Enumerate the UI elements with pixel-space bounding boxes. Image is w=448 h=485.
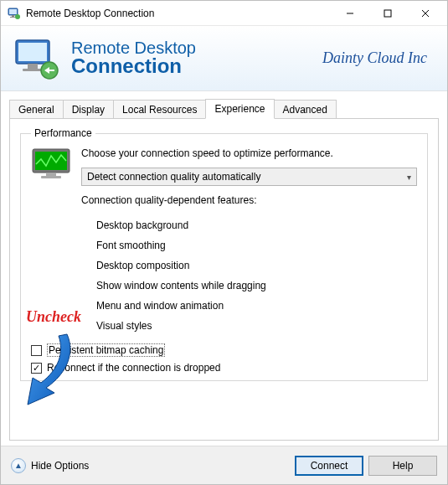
performance-group: Performance Choose your connection speed…: [20, 127, 428, 381]
svg-line-7: [422, 10, 429, 17]
minimize-button[interactable]: [331, 2, 368, 25]
svg-rect-1: [9, 9, 17, 14]
bitmap-cache-checkbox[interactable]: [31, 345, 42, 356]
svg-rect-12: [23, 69, 43, 71]
svg-rect-16: [46, 173, 56, 176]
tab-strip: General Display Local Resources Experien…: [1, 91, 447, 118]
combo-value: Detect connection quality automatically: [87, 171, 260, 183]
svg-rect-11: [28, 64, 38, 69]
window-title: Remote Desktop Connection: [26, 8, 331, 19]
svg-line-8: [422, 10, 429, 17]
connect-button[interactable]: Connect: [295, 456, 363, 476]
bitmap-cache-label[interactable]: Persistent bitmap caching: [47, 343, 165, 357]
tab-general[interactable]: General: [9, 100, 64, 119]
rdc-app-icon: [8, 7, 21, 20]
maximize-button[interactable]: [368, 2, 406, 25]
feature-item: Menu and window animation: [96, 300, 417, 312]
window-controls: [331, 2, 444, 25]
hide-options-label: Hide Options: [31, 460, 89, 472]
feature-item: Desktop background: [96, 219, 417, 231]
feature-item: Show window contents while dragging: [96, 280, 417, 292]
svg-rect-3: [10, 17, 16, 18]
performance-legend: Performance: [31, 127, 95, 139]
chevron-down-icon: ▾: [407, 173, 411, 182]
help-button[interactable]: Help: [368, 456, 437, 476]
banner-text: Remote Desktop Connection: [71, 39, 196, 78]
banner: Remote Desktop Connection Dainty Cloud I…: [1, 26, 447, 91]
features-list: Desktop background Font smoothing Deskto…: [96, 219, 417, 332]
rdc-banner-icon: [13, 35, 59, 82]
features-heading: Connection quality-dependent features:: [81, 194, 417, 206]
tab-panel-experience: Performance Choose your connection speed…: [9, 118, 439, 441]
svg-rect-2: [12, 15, 14, 17]
svg-rect-17: [41, 176, 61, 178]
rdc-window: Remote Desktop Connection: [0, 0, 448, 485]
svg-rect-10: [18, 43, 47, 61]
feature-item: Font smoothing: [96, 240, 417, 251]
feature-item: Visual styles: [96, 320, 417, 332]
reconnect-row: Reconnect if the connection is dropped: [31, 362, 417, 374]
brand-text: Dainty Cloud Inc: [322, 49, 435, 67]
tab-display[interactable]: Display: [63, 100, 114, 119]
reconnect-checkbox[interactable]: [31, 363, 42, 374]
monitor-perf-icon: [31, 147, 71, 181]
reconnect-label[interactable]: Reconnect if the connection is dropped: [47, 362, 220, 374]
performance-intro: Choose your connection speed to optimize…: [81, 147, 417, 159]
feature-item: Desktop composition: [96, 260, 417, 271]
hide-options-toggle[interactable]: ▲ Hide Options: [11, 458, 89, 473]
tab-local-resources[interactable]: Local Resources: [113, 100, 206, 119]
banner-line2: Connection: [71, 54, 196, 78]
checkbox-area: Persistent bitmap caching Reconnect if t…: [31, 343, 417, 374]
tab-experience[interactable]: Experience: [205, 99, 274, 119]
titlebar: Remote Desktop Connection: [1, 1, 447, 26]
connection-speed-combo[interactable]: Detect connection quality automatically …: [81, 168, 417, 186]
footer: ▲ Hide Options Connect Help: [1, 446, 447, 484]
tab-advanced[interactable]: Advanced: [274, 100, 337, 119]
svg-point-4: [15, 14, 20, 19]
svg-rect-6: [384, 10, 391, 17]
close-button[interactable]: [406, 2, 444, 25]
bitmap-cache-row: Persistent bitmap caching: [31, 343, 417, 357]
chevron-up-circle-icon: ▲: [11, 458, 26, 473]
